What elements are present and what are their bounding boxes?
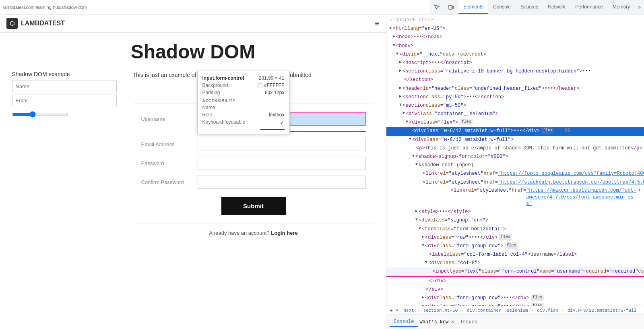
tab-performance[interactable]: Performance xyxy=(570,0,608,14)
bg-value: #FFFFFF xyxy=(258,83,285,88)
padding-label: Padding xyxy=(202,90,220,95)
dt-p-text[interactable]: <p> This is just an example of shadom DO… xyxy=(386,144,644,153)
email-label: Email Address xyxy=(141,141,198,147)
dt-noscript[interactable]: ▶ <noscript> ••• </noscript> xyxy=(386,59,644,67)
dt-div-w6-2[interactable]: ▼ <div class="w-6/12 smtablet:w-full" > xyxy=(386,136,644,144)
console-bar: Console What's New × Issues xyxy=(386,315,644,329)
dt-div-close1[interactable]: </div> xyxy=(386,277,644,286)
breadcrumb-div-w6[interactable]: div.w-6/12.smtablet:w-full xyxy=(568,308,637,313)
color-swatch xyxy=(258,83,262,87)
breadcrumb-next[interactable]: #__next xyxy=(396,308,414,313)
issues-tab[interactable]: Issues xyxy=(456,318,481,327)
tab-memory[interactable]: Memory xyxy=(608,0,635,14)
name-input[interactable] xyxy=(12,81,117,92)
dt-html[interactable]: ▶ <html lang="en-US" > xyxy=(386,25,644,33)
password-group: Password xyxy=(141,157,366,170)
tab-elements[interactable]: Elements xyxy=(458,0,488,14)
dt-style[interactable]: ▶ <style> ••• </style> xyxy=(386,208,644,216)
page-title: Shadow DOM xyxy=(131,41,255,63)
submit-button[interactable]: Submit xyxy=(221,197,286,215)
dt-shadow-signup[interactable]: ▼ <shadow-signup-form color="#000" > xyxy=(386,153,644,161)
flex-badge: flex xyxy=(460,119,473,125)
tooltip-name-row: Name xyxy=(202,105,285,110)
dt-formgroup-open[interactable]: ▼ <div class="form-group row" > flex xyxy=(386,242,644,250)
dt-div-signup[interactable]: ▼ <div class="signup-form" > xyxy=(386,216,644,225)
dt-input-username[interactable]: <input type="text" class="form-control" … xyxy=(386,267,644,277)
breadcrumb-section-mt[interactable]: section.mt-50 xyxy=(423,308,458,313)
logo-text: LAMBDATEST xyxy=(21,20,65,27)
tooltip-popup: input.form-control 281.99 × 41 Backgroun… xyxy=(197,71,290,134)
dt-div-w6-1[interactable]: ▶ <div class="w-6/12 smtablet:w-full" > … xyxy=(386,127,644,135)
role-value: textbox xyxy=(269,112,285,118)
page-url-label: lambdatest.com/learning-hub/shadow-dom xyxy=(3,5,87,10)
email-input[interactable] xyxy=(12,95,117,106)
range-slider[interactable] xyxy=(12,111,68,118)
dt-formgroup3[interactable]: ▶ <div class="form-group row" > ••• </di… xyxy=(386,302,644,306)
dt-div-close2[interactable]: </div> xyxy=(386,286,644,294)
dt-formgroup2[interactable]: ▶ <div class="form-group row" > ••• </di… xyxy=(386,294,644,302)
inspect-cursor-btn[interactable] xyxy=(429,0,444,14)
dt-div-container[interactable]: ▼ <div class="container__selenium" > xyxy=(386,110,644,118)
username-label: Username xyxy=(141,116,198,122)
webpage-panel: ⬡ LAMBDATEST ≡ Shadow DOM Shadow DOM exa… xyxy=(0,14,386,329)
dt-link-fontawesome[interactable]: <link rel="stylesheet" href="https://max… xyxy=(386,187,644,208)
dt-section-mt[interactable]: ▼ <section class="mt-50" > xyxy=(386,101,644,110)
tooltip-keyboard-row: Keyboard-focusable ✓ xyxy=(202,119,285,126)
dt-doctype[interactable]: <!DOCTYPE html> xyxy=(386,16,644,25)
left-example: Shadow DOM example xyxy=(12,71,117,236)
keyboard-label: Keyboard-focusable xyxy=(202,119,246,126)
dt-header[interactable]: ▶ <header id="header" class="undefined h… xyxy=(386,85,644,93)
dt-div-row[interactable]: ▶ <div class="row" > ••• </div> flex xyxy=(386,234,644,242)
dt-link-roboto[interactable]: <link rel="stylesheet" href="https://fon… xyxy=(386,170,644,178)
name-label: Name xyxy=(202,105,215,110)
breadcrumb-div-flex[interactable]: div.flex xyxy=(537,308,558,313)
dt-section-close[interactable]: </section> xyxy=(386,76,644,84)
flex-badge-3: flex xyxy=(499,234,512,240)
tab-more[interactable]: » xyxy=(635,0,644,14)
tooltip-role-row: Role textbox xyxy=(202,112,285,118)
login-link[interactable]: Login here xyxy=(271,230,297,236)
confirm-field[interactable] xyxy=(198,176,366,189)
tooltip-dimensions: 281.99 × 41 xyxy=(259,75,285,81)
dt-body[interactable]: ▼ <body> xyxy=(386,42,644,50)
tab-network[interactable]: Network xyxy=(543,0,570,14)
navbar: ⬡ LAMBDATEST ≡ xyxy=(0,14,386,33)
dt-section-py[interactable]: ▶ <section class="py-50" > ••• </section… xyxy=(386,93,644,101)
dt-shadow-root[interactable]: ▼ #shadow-root (open) xyxy=(386,161,644,170)
dt-div-flex[interactable]: ▼ <div class="flex" > flex xyxy=(386,118,644,127)
tab-sources[interactable]: Sources xyxy=(516,0,543,14)
dt-form[interactable]: ▼ <form class="form-horizontal" > xyxy=(386,225,644,234)
dt-div-next[interactable]: ▼ <div id="__next" data-reactroot > xyxy=(386,50,644,59)
page-body: Shadow DOM Shadow DOM example This is ju… xyxy=(0,33,386,329)
tab-console[interactable]: Console xyxy=(488,0,516,14)
breadcrumb-div-container[interactable]: div.container__selenium xyxy=(467,308,528,313)
role-label: Role xyxy=(202,112,213,118)
main-content: ⬡ LAMBDATEST ≡ Shadow DOM Shadow DOM exa… xyxy=(0,14,644,329)
dt-link-bootstrap[interactable]: <link rel="stylesheet" href="https://sta… xyxy=(386,178,644,187)
email-group: Email Address xyxy=(141,138,366,151)
whats-new-close[interactable]: × xyxy=(451,319,454,325)
tooltip-element: input.form-control xyxy=(202,75,244,81)
dt-div-col8[interactable]: ▼ <div class="col-8" > xyxy=(386,259,644,267)
console-tab[interactable]: Console xyxy=(390,317,418,327)
right-form-area: This is just an example of shadom DOM, t… xyxy=(133,71,374,236)
password-field[interactable] xyxy=(198,157,366,170)
svg-rect-1 xyxy=(452,6,454,8)
elements-tree: <!DOCTYPE html> ▶ <html lang="en-US" > ▶… xyxy=(386,14,644,306)
content-area: Shadow DOM example This is just an examp… xyxy=(12,71,374,236)
tooltip-background-row: Background #FFFFFF xyxy=(202,83,285,88)
example-label: Shadow DOM example xyxy=(12,71,117,77)
devtools-panel: <!DOCTYPE html> ▶ <html lang="en-US" > ▶… xyxy=(386,14,644,329)
confirm-label: Confirm Password xyxy=(141,179,198,185)
dt-label-username[interactable]: <label class="col-form-label col-4" > Us… xyxy=(386,250,644,259)
email-field[interactable] xyxy=(198,138,366,151)
flex-badge-4: flex xyxy=(505,242,518,249)
keyboard-value: ✓ xyxy=(280,119,285,126)
device-toggle-btn[interactable] xyxy=(444,0,458,14)
menu-icon[interactable]: ≡ xyxy=(375,19,380,28)
flex-badge-2: flex xyxy=(541,127,554,134)
whats-new-tab[interactable]: What's New × xyxy=(419,319,454,325)
dt-section-banner[interactable]: ▶ <section class="relative z-10 banner_b… xyxy=(386,67,644,76)
dt-head[interactable]: ▶ <head> ••• </head> xyxy=(386,33,644,41)
logo: ⬡ LAMBDATEST xyxy=(6,18,65,29)
